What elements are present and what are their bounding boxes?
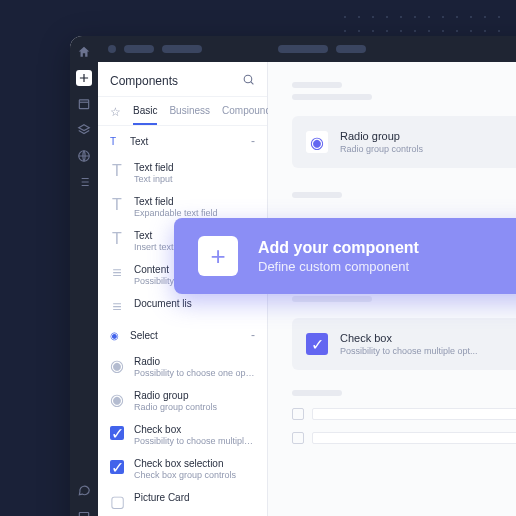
tab-business[interactable]: Business — [169, 105, 210, 125]
window-chrome — [98, 36, 268, 62]
checkbox-row[interactable] — [292, 432, 516, 444]
tabs: ☆ Basic Business Compound — [98, 97, 267, 126]
collapse-icon: - — [251, 134, 255, 148]
layers-icon[interactable] — [76, 122, 92, 138]
checkbox-row[interactable] — [292, 408, 516, 420]
checkbox-icon: ✓ — [110, 460, 124, 474]
card-title: Check box — [340, 332, 478, 344]
svg-point-4 — [244, 75, 252, 83]
svg-rect-2 — [79, 513, 88, 517]
text-section-icon: T — [110, 136, 122, 147]
globe-icon[interactable] — [76, 148, 92, 164]
window-chrome-right — [268, 36, 516, 62]
checkbox-card[interactable]: ✓ Check box Possibility to choose multip… — [292, 318, 516, 370]
tab-compound[interactable]: Compound — [222, 105, 271, 125]
radio-icon: ◉ — [110, 358, 124, 372]
chat-icon[interactable] — [76, 482, 92, 498]
calendar-icon[interactable] — [76, 96, 92, 112]
skeleton — [292, 82, 342, 88]
list-icon[interactable] — [76, 174, 92, 190]
component-item[interactable]: ▢Picture Card — [98, 486, 267, 514]
skeleton — [292, 296, 372, 302]
text-field-icon: T — [110, 164, 124, 178]
tab-favorites[interactable]: ☆ — [110, 105, 121, 125]
component-item[interactable]: ✓Check boxPossibility to choose multiple… — [98, 418, 267, 452]
section-select[interactable]: ◉ Select - — [98, 320, 267, 350]
skeleton — [292, 192, 342, 198]
radio-icon: ▢ — [110, 494, 124, 508]
skeleton — [292, 390, 342, 396]
plus-icon: + — [198, 236, 238, 276]
collapse-icon: - — [251, 328, 255, 342]
home-icon[interactable] — [76, 44, 92, 60]
component-item[interactable]: ≡Document lis — [98, 292, 267, 320]
overlay-title: Add your component — [258, 239, 419, 257]
sidebar-title: Components — [110, 74, 178, 88]
component-item[interactable]: ✓Check box selectionCheck box group cont… — [98, 452, 267, 486]
add-component-overlay[interactable]: + Add your component Define custom compo… — [174, 218, 516, 294]
checkbox-icon: ✓ — [110, 426, 124, 440]
card-title: Radio group — [340, 130, 423, 142]
text-field-icon: T — [110, 232, 124, 246]
overlay-subtitle: Define custom component — [258, 259, 419, 274]
card-subtitle: Radio group controls — [340, 144, 423, 154]
nav-rail — [70, 36, 98, 516]
radio-group-card[interactable]: ◉ Radio group Radio group controls — [292, 116, 516, 168]
svg-rect-0 — [79, 100, 88, 109]
radio-icon: ◉ — [110, 392, 124, 406]
select-section-icon: ◉ — [110, 330, 122, 341]
component-item[interactable]: TText fieldText input — [98, 156, 267, 190]
radio-icon: ◉ — [306, 131, 328, 153]
card-subtitle: Possibility to choose multiple opt... — [340, 346, 478, 356]
text-field-icon: T — [110, 198, 124, 212]
checkbox-icon: ✓ — [306, 333, 328, 355]
window-icon[interactable] — [76, 508, 92, 516]
section-text[interactable]: T Text - — [98, 126, 267, 156]
add-component-icon[interactable] — [76, 70, 92, 86]
text-field-icon: ≡ — [110, 266, 124, 280]
component-item[interactable]: ◉RadioPossibility to choose one option..… — [98, 350, 267, 384]
component-item[interactable]: ◉Radio groupRadio group controls — [98, 384, 267, 418]
tab-basic[interactable]: Basic — [133, 105, 157, 125]
skeleton — [292, 94, 372, 100]
search-icon[interactable] — [242, 72, 255, 90]
text-field-icon: ≡ — [110, 300, 124, 314]
